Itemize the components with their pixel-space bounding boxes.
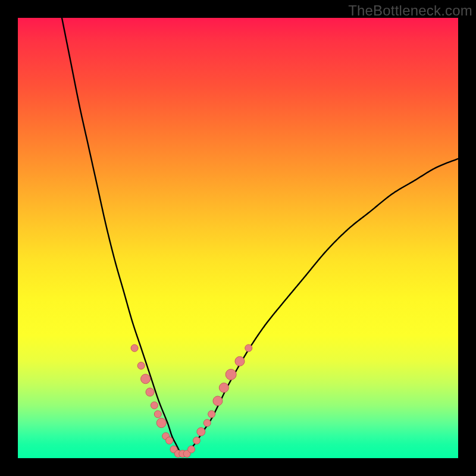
data-marker: [151, 402, 158, 409]
data-marker: [203, 419, 211, 427]
marker-layer: [131, 345, 252, 458]
data-marker: [166, 437, 173, 444]
right-curve: [185, 159, 458, 454]
data-marker: [219, 383, 228, 393]
data-marker: [188, 446, 195, 453]
data-marker: [193, 437, 200, 444]
watermark-text: TheBottleneck.com: [348, 2, 472, 19]
chart-frame: TheBottleneck.com: [0, 0, 476, 476]
chart-svg: [18, 18, 458, 458]
data-marker: [235, 356, 245, 366]
data-marker: [137, 362, 145, 369]
data-marker: [213, 396, 223, 406]
data-marker: [208, 411, 215, 418]
data-marker: [226, 369, 236, 380]
left-curve: [62, 18, 181, 454]
data-marker: [197, 428, 205, 436]
data-marker: [146, 388, 154, 396]
data-marker: [156, 418, 166, 428]
data-marker: [245, 345, 252, 352]
data-marker: [141, 374, 151, 384]
curve-layer: [62, 18, 458, 454]
data-marker: [154, 411, 161, 418]
data-marker: [131, 345, 138, 352]
